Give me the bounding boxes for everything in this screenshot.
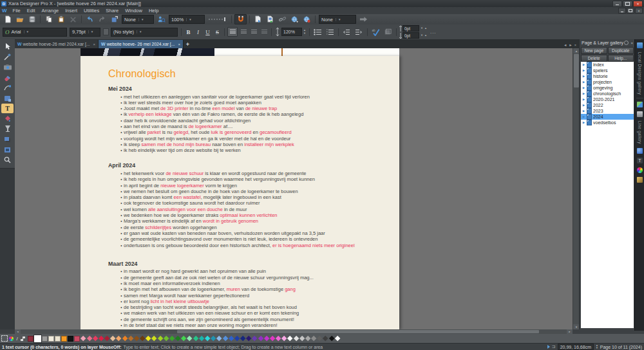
open-file-button[interactable] <box>14 15 25 24</box>
expand-arrow-icon[interactable]: ▶ <box>581 121 587 124</box>
scroll-left-icon[interactable]: ◄ <box>15 329 21 334</box>
local-designs-gallery-tab[interactable]: Local Designs gallery <box>638 52 642 95</box>
page-navigation[interactable]: ▲▼ <box>596 344 598 349</box>
expand-arrow-icon[interactable]: ▶ <box>581 92 587 95</box>
shadow-tool-button[interactable] <box>1 134 14 144</box>
menu-insert[interactable]: Insert <box>62 8 80 14</box>
menu-utilities[interactable]: Utilities <box>80 8 102 14</box>
italic-button[interactable]: I <box>193 27 203 37</box>
tab-close-icon[interactable]: × <box>178 42 180 46</box>
freehand-tool-button[interactable] <box>1 52 14 62</box>
horizontal-scrollbar[interactable]: ◄ ► <box>15 329 573 334</box>
clipart-gallery-icon[interactable] <box>637 177 643 183</box>
export-selection-button[interactable] <box>265 15 276 24</box>
document-page[interactable]: Chronologisch Mei 2024•met het uitkiezen… <box>80 56 399 329</box>
doc-restore-button[interactable] <box>627 8 634 14</box>
line-spacing-stepper[interactable]: ▲▼ <box>303 29 306 35</box>
undo-button[interactable] <box>84 15 95 24</box>
color-swatch[interactable] <box>157 335 163 341</box>
shape-editor-tool-button[interactable] <box>1 83 14 93</box>
color-swatch[interactable] <box>34 335 41 342</box>
color-swatch[interactable] <box>104 335 110 341</box>
doc-minimize-button[interactable] <box>618 8 626 14</box>
bevel-tool-button[interactable] <box>1 145 14 154</box>
bold-button[interactable]: B <box>184 27 193 37</box>
fonts-gallery-icon[interactable]: T <box>637 158 643 163</box>
erase-tool-button[interactable] <box>1 73 14 82</box>
line-gallery-tab[interactable]: Line gallery <box>638 121 642 144</box>
color-swatch[interactable] <box>99 335 104 341</box>
copy-button[interactable] <box>43 15 54 24</box>
page-row-omgeving[interactable]: ▶omgeving <box>581 85 634 91</box>
document-tab-2-active[interactable]: W website hoeve- 26 mei 2024.xar [... × <box>99 40 184 48</box>
align-justify-button[interactable] <box>260 28 269 36</box>
save-button[interactable] <box>26 15 37 24</box>
stroke-preset-select[interactable]: None▼ <box>122 15 154 24</box>
tab-close-icon[interactable]: × <box>93 42 96 46</box>
new-document-button[interactable] <box>2 15 13 24</box>
new-tab-button[interactable]: + <box>184 40 192 48</box>
new-page-button[interactable]: New page <box>581 47 607 54</box>
color-swatch[interactable] <box>270 335 276 341</box>
paste-format-button[interactable] <box>109 15 120 24</box>
local-designs-gallery-icon[interactable] <box>637 42 643 48</box>
close-button[interactable]: × <box>633 1 643 7</box>
color-swatch[interactable] <box>140 335 146 341</box>
color-wheel-button[interactable] <box>8 335 14 342</box>
text-tool-button[interactable]: T <box>1 104 14 113</box>
fill-gallery-icon[interactable] <box>637 148 643 154</box>
expand-arrow-icon[interactable]: ▶ <box>581 75 587 78</box>
expand-arrow-icon[interactable]: ▶ <box>581 115 587 118</box>
menu-share[interactable]: Share <box>102 8 122 14</box>
no-color-button[interactable]: / <box>15 335 19 342</box>
align-right-button[interactable] <box>249 28 258 36</box>
canvas[interactable]: Chronologisch Mei 2024•met het uitkiezen… <box>15 48 573 329</box>
minimize-button[interactable] <box>612 1 622 7</box>
color-swatch[interactable] <box>122 335 128 341</box>
page-row-2020-2021[interactable]: ▶2020-2021 <box>581 97 634 102</box>
color-swatch[interactable] <box>222 335 228 341</box>
expand-arrow-icon[interactable]: ▶ <box>581 98 587 101</box>
fill-preset-select[interactable]: None▼ <box>319 15 356 24</box>
menu-file[interactable]: File <box>10 8 24 14</box>
toolbar-forward-button[interactable] <box>358 15 369 24</box>
restore-button[interactable] <box>623 1 632 7</box>
color-swatch[interactable] <box>187 335 193 341</box>
quickshape-tool-button[interactable] <box>1 93 14 103</box>
text-options-button[interactable] <box>383 28 393 37</box>
line-spacing-button[interactable] <box>274 28 281 37</box>
color-swatch[interactable] <box>61 336 67 342</box>
expand-arrow-icon[interactable]: ▶ <box>581 80 587 84</box>
color-swatch[interactable] <box>293 335 299 341</box>
menu-window[interactable]: Window <box>122 8 146 14</box>
scroll-right-icon[interactable]: ► <box>567 329 573 334</box>
page-row-voedselbos[interactable]: ▶voedselbos <box>581 120 634 125</box>
line-spacing-input[interactable]: 120% <box>281 28 302 36</box>
zoom-tool-strip-button[interactable] <box>1 155 14 165</box>
page-row-chronologisch[interactable]: ▶chronologisch <box>581 91 634 97</box>
doc-close-button[interactable]: × <box>635 8 643 14</box>
toolbar-overflow-button[interactable]: ... <box>430 29 437 35</box>
page-row-historie[interactable]: ▶historie <box>581 73 634 79</box>
bullet-list-button[interactable] <box>312 28 323 37</box>
page-row-index[interactable]: ▶index <box>581 62 634 68</box>
document-tab-1[interactable]: W website hoeve-26 mei 2024.xar [... × <box>15 40 99 48</box>
color-swatch[interactable] <box>92 335 98 341</box>
spell-check-button[interactable]: ab <box>370 28 381 37</box>
font-size-select[interactable]: 9,75pt ▼ <box>70 28 100 37</box>
align-left-button[interactable] <box>227 27 238 37</box>
expand-arrow-icon[interactable]: ▶ <box>581 104 587 107</box>
color-swatch[interactable] <box>80 335 86 341</box>
tab-scroll-left-icon[interactable]: ◄ <box>564 43 567 47</box>
delete-page-button[interactable]: Delete <box>581 55 607 62</box>
color-swatch[interactable] <box>263 335 269 341</box>
delete-button[interactable] <box>68 15 79 24</box>
align-center-button[interactable] <box>239 28 248 36</box>
font-size-aux-button[interactable] <box>102 28 109 37</box>
color-swatch[interactable] <box>42 336 48 342</box>
color-swatch[interactable] <box>240 335 246 341</box>
space-above-stepper[interactable]: ▼▲ <box>421 27 427 30</box>
page-row-2024[interactable]: ▶2024 <box>581 114 634 120</box>
color-swatch[interactable] <box>258 335 263 341</box>
zoom-level-select[interactable]: 100%▼ <box>169 15 205 24</box>
